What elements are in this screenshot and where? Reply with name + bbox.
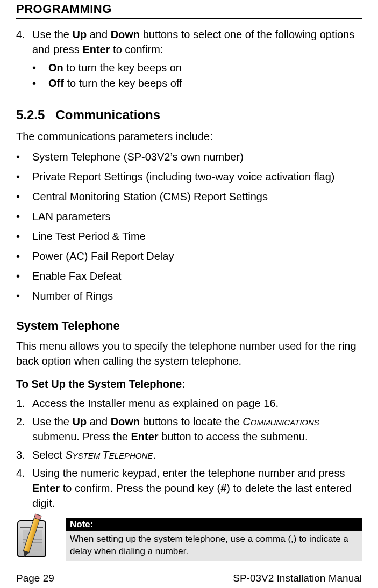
footer-left: Page 29	[16, 572, 54, 584]
setup-heading: To Set Up the System Telephone:	[16, 378, 362, 390]
smallcap-rest: OMMUNICATIONS	[251, 418, 319, 427]
list-item: Line Test Period & Time	[16, 229, 362, 244]
text: button to access the submenu.	[159, 431, 308, 442]
bullet-dot-icon	[32, 76, 48, 91]
text: Using the numeric keypad, enter the tele…	[32, 467, 345, 479]
bullet-dot-icon	[16, 268, 32, 284]
setup-step-1: 1. Access the Installer menu as explaine…	[16, 396, 362, 411]
bullet-text: On to turn the key beeps on	[48, 60, 182, 76]
comm-intro: The communications parameters include:	[16, 129, 362, 144]
bold-down: Down	[111, 28, 140, 40]
setup-step-2: 2. Use the Up and Down buttons to locate…	[16, 414, 362, 444]
list-item: Power (AC) Fail Report Delay	[16, 249, 362, 264]
step-number: 4.	[16, 466, 32, 511]
list-item: Enable Fax Defeat	[16, 268, 362, 284]
bullet-dot-icon	[16, 189, 32, 205]
text: to turn the key beeps off	[64, 77, 182, 89]
bullet-off: Off to turn the key beeps off	[32, 76, 362, 91]
smallcap-cap: T	[102, 449, 109, 461]
system-telephone-heading: System Telephone	[16, 319, 362, 333]
bold-hash: #	[220, 482, 226, 494]
bullet-dot-icon	[16, 169, 32, 185]
step-body: Select SYSTEM TELEPHONE.	[32, 447, 362, 462]
bullet-dot-icon	[32, 60, 48, 76]
list-item-text: System Telephone (SP-03V2’s own number)	[32, 149, 244, 165]
text: buttons to locate the	[140, 416, 243, 427]
list-item: System Telephone (SP-03V2’s own number)	[16, 149, 362, 165]
bold-on: On	[48, 62, 63, 74]
notepad-pencil-icon	[16, 518, 59, 558]
list-item-text: Central Monitoring Station (CMS) Report …	[32, 189, 268, 205]
step-body: Use the Up and Down buttons to select on…	[32, 27, 362, 57]
page-header: PROGRAMMING	[16, 0, 362, 19]
comm-bullet-list: System Telephone (SP-03V2’s own number) …	[16, 149, 362, 304]
list-item-text: LAN parameters	[32, 209, 111, 224]
smallcap-cap: C	[243, 416, 250, 427]
step-body: Using the numeric keypad, enter the tele…	[32, 466, 362, 511]
step-number: 1.	[16, 396, 32, 411]
list-item: LAN parameters	[16, 209, 362, 224]
text: Select	[32, 449, 65, 461]
text: and	[87, 28, 110, 40]
section-heading: 5.2.5 Communications	[16, 107, 362, 122]
bullet-dot-icon	[16, 249, 32, 264]
text: submenu. Press the	[32, 431, 131, 442]
smallcap-rest: ELEPHONE	[109, 451, 153, 460]
step-number: 4.	[16, 27, 32, 57]
bold-up: Up	[72, 28, 87, 40]
bullet-text: Off to turn the key beeps off	[48, 76, 182, 91]
text: to confirm. Press the pound key (	[60, 482, 220, 494]
text: Use the	[32, 28, 72, 40]
system-telephone-para: This menu allows you to specify the tele…	[16, 338, 362, 368]
bullet-dot-icon	[16, 149, 32, 165]
bold-down: Down	[111, 416, 140, 427]
step-4: 4. Use the Up and Down buttons to select…	[16, 27, 362, 57]
step-body: Access the Installer menu as explained o…	[32, 396, 362, 411]
smallcap-cap: S	[65, 449, 72, 461]
text: and	[87, 416, 110, 427]
section-title: Communications	[55, 107, 160, 122]
list-item: Number of Rings	[16, 288, 362, 304]
list-item-text: Private Report Settings (including two-w…	[32, 169, 334, 185]
bold-up: Up	[72, 416, 87, 427]
bold-enter: Enter	[82, 43, 110, 55]
list-item-text: Line Test Period & Time	[32, 229, 146, 244]
list-item: Central Monitoring Station (CMS) Report …	[16, 189, 362, 205]
note-title: Note:	[66, 518, 362, 531]
page-footer: Page 29 SP-03V2 Installation Manual	[16, 569, 362, 584]
bullet-dot-icon	[16, 229, 32, 244]
footer-right: SP-03V2 Installation Manual	[233, 572, 362, 584]
step-body: Use the Up and Down buttons to locate th…	[32, 414, 362, 444]
note-panel: Note: When setting up the system telepho…	[66, 518, 362, 561]
text: to turn the key beeps on	[63, 62, 182, 74]
bullet-dot-icon	[16, 288, 32, 304]
bold-enter: Enter	[131, 431, 158, 442]
bullet-on: On to turn the key beeps on	[32, 60, 362, 76]
text: to confirm:	[110, 43, 163, 55]
list-item-text: Number of Rings	[32, 288, 113, 304]
bold-off: Off	[48, 77, 64, 89]
text: .	[153, 449, 156, 461]
section-number: 5.2.5	[16, 107, 45, 122]
setup-step-4: 4. Using the numeric keypad, enter the t…	[16, 466, 362, 511]
note-block: Note: When setting up the system telepho…	[16, 518, 362, 561]
on-off-bullets: On to turn the key beeps on Off to turn …	[16, 60, 362, 91]
list-item: Private Report Settings (including two-w…	[16, 169, 362, 185]
setup-step-3: 3. Select SYSTEM TELEPHONE.	[16, 447, 362, 462]
bold-enter: Enter	[32, 482, 60, 494]
list-item-text: Power (AC) Fail Report Delay	[32, 249, 174, 264]
list-item-text: Enable Fax Defeat	[32, 268, 122, 284]
text: Use the	[32, 416, 72, 427]
step-number: 3.	[16, 447, 32, 462]
bullet-dot-icon	[16, 209, 32, 224]
note-body: When setting up the system telephone, us…	[66, 531, 362, 561]
smallcap-rest: YSTEM	[73, 451, 103, 460]
step-number: 2.	[16, 414, 32, 444]
